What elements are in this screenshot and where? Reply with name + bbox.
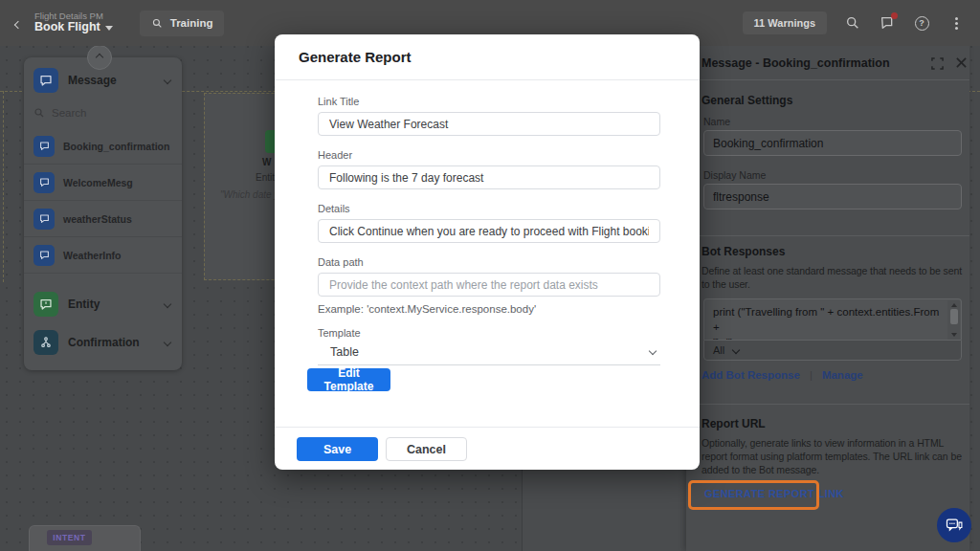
training-label: Training [170, 17, 213, 29]
data-path-example: Example: 'context.MyService.response.bod… [318, 303, 536, 315]
separator: | [810, 369, 813, 381]
chat-bubbles-icon [945, 516, 964, 535]
header-label: Header [318, 149, 352, 161]
expand-icon[interactable] [931, 56, 945, 70]
details-field[interactable] [318, 219, 660, 243]
header-field[interactable] [318, 165, 660, 189]
chevron-down-icon [164, 339, 171, 346]
sidebar-section-message[interactable]: Message [24, 65, 182, 96]
entity-node-label: W [262, 157, 271, 167]
data-path-label: Data path [318, 256, 364, 268]
breadcrumb[interactable]: Flight Details PM Book Flight [34, 11, 113, 34]
message-node-list: Booking_confirmation WelcomeMesg weather… [24, 128, 182, 274]
channel-filter-dropdown[interactable]: All [703, 340, 962, 361]
entity-icon [33, 292, 58, 317]
bot-responses-heading: Bot Responses [702, 245, 785, 258]
link-title-label: Link Title [318, 96, 359, 107]
properties-panel: Message - Booking_confirmation General S… [686, 46, 969, 551]
filter-value: All [713, 344, 724, 356]
report-url-description: Optionally, generate links to view infor… [702, 436, 969, 476]
intent-badge: INTENT [47, 530, 92, 545]
display-name-label: Display Name [703, 169, 766, 181]
generate-report-modal: Generate Report Link Title Header Detail… [275, 34, 700, 470]
message-icon [33, 245, 55, 266]
message-icon [33, 209, 55, 230]
panel-header: Message - Booking_confirmation [686, 46, 969, 80]
kebab-menu-icon[interactable] [947, 14, 965, 32]
entity-node-sublabel: Entit [256, 172, 275, 183]
cancel-button[interactable]: Cancel [386, 437, 467, 461]
chevron-up-icon [96, 54, 103, 61]
item-label: WelcomeMesg [63, 177, 133, 188]
search-icon[interactable] [844, 14, 861, 32]
display-name-field[interactable] [703, 184, 962, 209]
caret-down-icon [105, 26, 113, 31]
chat-widget-button[interactable] [937, 508, 971, 542]
warnings-badge[interactable]: 11 Warnings [743, 11, 827, 34]
training-icon [151, 17, 164, 30]
notification-dot [891, 12, 898, 19]
general-settings-heading: General Settings [702, 94, 792, 107]
scroll-thumb[interactable] [950, 309, 958, 324]
entity-node-quote: "Which date y [220, 189, 278, 200]
sidebar-section-entity[interactable]: Entity [24, 289, 182, 320]
sidebar-section-confirmation[interactable]: Confirmation [24, 327, 182, 358]
manage-link[interactable]: Manage [822, 369, 863, 381]
node-palette-sidebar: Message Search Booking_confirmation Welc… [24, 57, 182, 370]
scroll-up-icon[interactable] [951, 303, 957, 307]
sidebar-search-input[interactable]: Search [33, 101, 172, 124]
feedback-icon[interactable] [879, 14, 896, 32]
confirmation-icon [33, 330, 58, 355]
code-line: print ("Travelling from " + context.enti… [713, 304, 944, 335]
section-label: Message [68, 74, 165, 87]
chevron-down-icon [732, 346, 740, 354]
message-icon [33, 172, 55, 193]
bot-response-actions: Add Bot Response | Manage [702, 369, 863, 381]
help-icon[interactable] [913, 14, 930, 32]
template-label: Template [318, 327, 361, 339]
app-title: Book Flight [34, 21, 100, 34]
name-label: Name [703, 116, 730, 127]
item-label: Booking_confirmation [63, 141, 169, 152]
canvas-guide-vertical [3, 91, 4, 282]
intent-flow-node[interactable]: INTENT [29, 525, 141, 551]
generate-report-link-button[interactable]: GENERATE REPORT LINK [704, 488, 844, 499]
close-icon[interactable] [955, 55, 969, 70]
message-icon [33, 136, 55, 157]
section-label: Entity [68, 298, 165, 311]
save-button[interactable]: Save [297, 437, 378, 461]
sidebar-item-welcomemesg[interactable]: WelcomeMesg [24, 165, 182, 201]
sidebar-item-weatherinfo[interactable]: WeatherInfo [24, 237, 182, 274]
training-button[interactable]: Training [140, 11, 225, 36]
panel-title: Message - Booking_confirmation [702, 56, 890, 70]
item-label: WeatherInfo [63, 250, 121, 261]
bot-response-code[interactable]: print ("Travelling from " + context.enti… [703, 298, 962, 340]
chevron-down-icon [649, 347, 657, 355]
scrollbar[interactable] [947, 300, 960, 340]
search-placeholder: Search [52, 107, 86, 119]
back-button[interactable] [15, 14, 29, 32]
edit-template-button[interactable]: Edit Template [307, 368, 390, 391]
section-label: Confirmation [68, 336, 165, 349]
scroll-down-icon[interactable] [951, 333, 957, 337]
modal-title: Generate Report [299, 49, 412, 65]
divider [275, 427, 700, 428]
divider [686, 235, 969, 236]
data-path-field[interactable] [318, 273, 660, 297]
item-label: weatherStatus [63, 213, 132, 225]
chevron-down-icon [164, 300, 171, 308]
divider [275, 79, 700, 80]
sidebar-item-weatherstatus[interactable]: weatherStatus [24, 201, 182, 237]
bot-responses-description: Define at least one standard message tha… [702, 264, 969, 291]
details-label: Details [318, 203, 350, 214]
report-url-heading: Report URL [702, 417, 766, 430]
sidebar-item-booking-confirmation[interactable]: Booking_confirmation [24, 128, 182, 165]
template-select[interactable]: Table [318, 341, 660, 365]
chevron-left-icon [14, 21, 22, 29]
search-icon [33, 107, 45, 119]
name-field[interactable] [703, 130, 962, 156]
chevron-down-icon [164, 77, 171, 84]
add-bot-response-link[interactable]: Add Bot Response [702, 369, 800, 381]
link-title-field[interactable] [318, 112, 660, 136]
message-icon [33, 68, 58, 93]
